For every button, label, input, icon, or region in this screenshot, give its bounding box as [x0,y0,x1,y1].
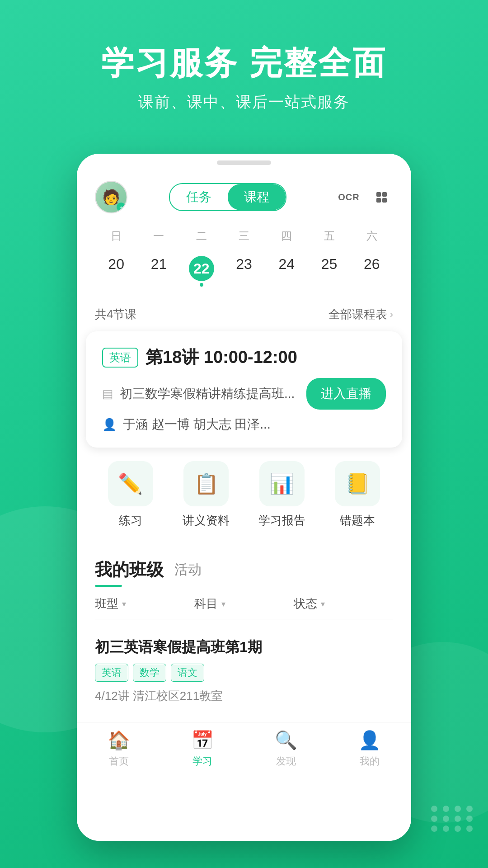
section-title: 我的班级 [95,558,164,581]
class-name-text: 初三数学寒假精讲精练提高班... [120,385,295,402]
phone-status-bar [77,154,411,172]
day-label-sun: 日 [95,225,137,247]
bottom-nav: 🏠 首页 📅 学习 🔍 发现 👤 我的 [77,722,411,777]
phone-notch [217,160,271,165]
all-courses-link[interactable]: 全部课程表 › [328,307,393,322]
tag-chinese: 语文 [171,664,204,682]
header-subtitle: 课前、课中、课后一站式服务 [0,92,488,113]
live-card-class-info: ▤ 初三数学寒假精讲精练提高班... [102,385,295,402]
mistakes-icon-box: 📒 [335,461,380,506]
filter-subject[interactable]: 科目 ▾ [194,596,294,612]
tag-english: 英语 [95,664,128,682]
calendar-days-header: 日 一 二 三 四 五 六 [95,225,393,247]
grid-menu-button[interactable] [370,185,393,209]
feature-materials[interactable]: 📋 讲义资料 [171,461,242,528]
day-label-fri: 五 [308,225,350,247]
materials-label: 讲义资料 [183,513,230,528]
tab-task[interactable]: 任务 [170,184,228,210]
nav-home[interactable]: 🏠 首页 [108,730,130,768]
live-card: 英语 第18讲 10:00-12:00 ▤ 初三数学寒假精讲精练提高班... 进… [86,331,402,448]
nav-discover-label: 发现 [276,755,296,768]
teachers-row: 👤 于涵 赵一博 胡大志 田泽... [102,416,386,433]
day-label-wed: 三 [223,225,265,247]
nav-mine[interactable]: 👤 我的 [358,730,381,768]
top-nav: 🧑 ＋ 任务 课程 OCR [77,172,411,221]
teacher-icon: 👤 [102,418,117,432]
date-dot-22 [200,283,203,287]
class-icon: ▤ [102,387,113,401]
day-label-thu: 四 [265,225,308,247]
avatar-badge: ＋ [117,203,126,212]
mine-icon: 👤 [358,730,381,751]
filter-status[interactable]: 状态 ▾ [294,596,393,612]
nav-tabs: 任务 课程 [127,183,328,211]
date-26[interactable]: 26 [351,252,393,290]
day-label-tue: 二 [180,225,223,247]
date-22[interactable]: 22 [180,252,223,290]
filter-class-type[interactable]: 班型 ▾ [95,596,194,612]
study-icon: 📅 [191,730,214,751]
class-card[interactable]: 初三英语寒假提高班第1期 英语 数学 语文 4/12讲 清江校区211教室 [95,628,393,713]
live-card-title-row: 英语 第18讲 10:00-12:00 [102,346,386,369]
bg-decoration-dots [431,806,474,832]
mistakes-label: 错题本 [340,513,375,528]
live-title: 第18讲 10:00-12:00 [145,346,297,369]
filter-row: 班型 ▾ 科目 ▾ 状态 ▾ [95,596,393,619]
feature-report[interactable]: 📊 学习报告 [246,461,318,528]
discover-icon: 🔍 [275,730,297,751]
tab-toggle: 任务 课程 [169,183,286,211]
feature-practice[interactable]: ✏️ 练习 [95,461,166,528]
tag-math: 数学 [133,664,166,682]
calendar-dates: 20 21 22 23 24 25 26 [95,252,393,290]
course-count: 共4节课 [95,307,136,322]
features-section: ✏️ 练习 📋 讲义资料 📊 学习报告 📒 错题本 [77,448,411,538]
filter-subject-arrow: ▾ [221,599,225,609]
activity-tab[interactable]: 活动 [174,561,202,579]
subject-tag: 英语 [102,348,138,368]
date-20[interactable]: 20 [95,252,137,290]
enter-live-button[interactable]: 进入直播 [306,378,386,410]
filter-status-arrow: ▾ [321,599,325,609]
nav-study[interactable]: 📅 学习 [191,730,214,768]
date-21[interactable]: 21 [137,252,180,290]
section-underline [95,585,122,587]
ocr-button[interactable]: OCR [337,185,361,209]
course-info-bar: 共4节课 全部课程表 › [77,299,411,331]
tab-course[interactable]: 课程 [228,184,286,210]
day-label-sat: 六 [351,225,393,247]
live-card-info-row: ▤ 初三数学寒假精讲精练提高班... 进入直播 [102,378,386,410]
chevron-right-icon: › [390,309,393,321]
nav-discover[interactable]: 🔍 发现 [275,730,297,768]
day-label-mon: 一 [137,225,180,247]
filter-class-type-arrow: ▾ [122,599,126,609]
grid-icon [376,192,387,203]
date-24[interactable]: 24 [265,252,308,290]
section-header: 我的班级 活动 [95,558,393,581]
features-grid: ✏️ 练习 📋 讲义资料 📊 学习报告 📒 错题本 [95,461,393,528]
teachers-text: 于涵 赵一博 胡大志 田泽... [123,416,271,433]
materials-icon-box: 📋 [183,461,229,506]
nav-study-label: 学习 [192,755,212,768]
nav-mine-label: 我的 [360,755,380,768]
header-title: 学习服务 完整全面 [0,45,488,81]
date-23[interactable]: 23 [223,252,265,290]
class-tags: 英语 数学 语文 [95,664,393,682]
ocr-label: OCR [338,192,359,203]
phone-mockup: 🧑 ＋ 任务 课程 OCR [77,154,411,841]
report-icon-box: 📊 [259,461,305,506]
date-circle-22: 22 [189,256,214,281]
class-name: 初三英语寒假提高班第1期 [95,637,393,657]
feature-mistakes[interactable]: 📒 错题本 [322,461,394,528]
date-25[interactable]: 25 [308,252,350,290]
avatar[interactable]: 🧑 ＋ [95,181,127,213]
practice-label: 练习 [119,513,142,528]
app-content: 🧑 ＋ 任务 课程 OCR [77,172,411,841]
my-class-section: 我的班级 活动 班型 ▾ 科目 ▾ 状态 ▾ 初三英语寒假提高班第1期 [77,545,411,722]
report-label: 学习报告 [258,513,305,528]
nav-home-label: 首页 [109,755,129,768]
class-detail: 4/12讲 清江校区211教室 [95,688,393,704]
practice-icon-box: ✏️ [108,461,153,506]
header-section: 学习服务 完整全面 课前、课中、课后一站式服务 [0,0,488,113]
calendar-section: 日 一 二 三 四 五 六 20 21 22 23 24 25 26 [77,221,411,299]
nav-icons: OCR [337,185,393,209]
